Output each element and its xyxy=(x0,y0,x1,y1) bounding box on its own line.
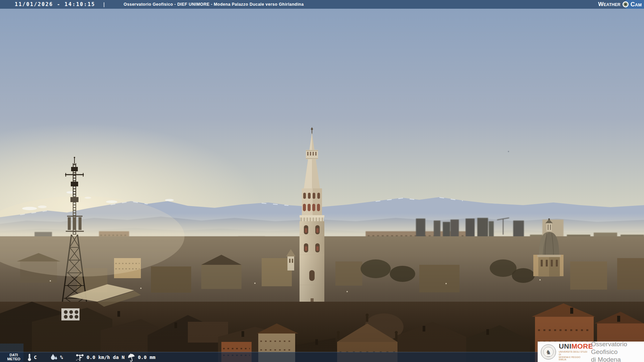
humidity-readout: % xyxy=(50,352,63,362)
rain-value: 0.0 mm xyxy=(138,355,155,360)
wind-value: 0.0 km/h da N xyxy=(87,355,125,360)
unimore-more-text: MORE xyxy=(571,342,593,350)
weathercam-cam-text: Cam xyxy=(631,1,642,8)
wind-readout: 0.0 km/h da N xyxy=(75,352,125,362)
observatory-name: Osservatorio Geofisico di Modena xyxy=(591,340,644,362)
unimore-wordmark: UNIMORE UNIVERSITÀ DEGLI STUDI DI MODENA… xyxy=(559,343,588,361)
unimore-subtitle: UNIVERSITÀ DEGLI STUDI DI MODENA E REGGI… xyxy=(559,351,588,361)
lens-dot-icon xyxy=(622,1,629,8)
umbrella-icon xyxy=(127,353,136,362)
camera-title: Osservatorio Geofisico - DIEF UNIMORE - … xyxy=(123,2,304,7)
anemometer-icon xyxy=(75,353,85,362)
svg-text:1175: 1175 xyxy=(547,355,550,357)
dati-meteo-label: DATI METEO xyxy=(5,353,23,361)
svg-text:♞: ♞ xyxy=(546,348,551,355)
separator: | xyxy=(103,2,105,7)
temperature-readout: C xyxy=(27,352,37,362)
thermometer-icon xyxy=(27,353,32,362)
unimore-uni-text: UNI xyxy=(559,342,571,350)
bird-speck xyxy=(508,151,509,152)
top-bar: 11/01/2026 - 14:10:15 | Osservatorio Geo… xyxy=(0,0,644,9)
temperature-unit: C xyxy=(34,355,37,360)
unimore-branding[interactable]: ♞ 1175 UNIMORE UNIVERSITÀ DEGLI STUDI DI… xyxy=(538,342,644,362)
webcam-photo xyxy=(0,0,644,362)
weathercam-cam-box: Cam xyxy=(626,0,644,9)
weathercam-logo[interactable]: Weather Cam xyxy=(598,0,644,9)
rain-readout: 0.0 mm xyxy=(127,352,155,362)
university-seal-icon: ♞ 1175 xyxy=(541,344,556,360)
weathercam-weather-text: Weather xyxy=(598,1,621,8)
timestamp: 11/01/2026 - 14:10:15 xyxy=(15,1,95,7)
humidity-unit: % xyxy=(60,355,63,360)
water-drops-icon xyxy=(50,353,58,361)
